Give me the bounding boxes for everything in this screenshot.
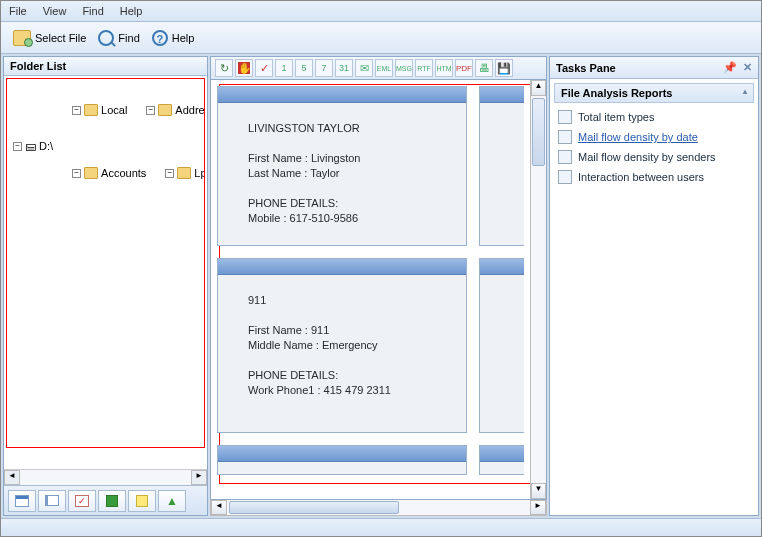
rtf-icon: RTF — [417, 65, 430, 72]
find-label: Find — [118, 32, 139, 44]
card-header — [480, 87, 524, 103]
scroll-left-button[interactable]: ◄ — [211, 500, 227, 515]
card-header — [480, 446, 524, 462]
report-icon — [558, 150, 572, 164]
scroll-up-button[interactable]: ▲ — [531, 80, 546, 96]
scroll-left-button[interactable]: ◄ — [4, 470, 20, 485]
contact-card-partial[interactable] — [217, 445, 467, 475]
tree-root[interactable]: −🖴D:\ — [13, 137, 53, 155]
shortcut-up[interactable]: ▲ — [158, 490, 186, 512]
notes-icon — [136, 495, 148, 507]
main-area: Folder List −🖴D:\ −Local −Address Book S… — [1, 54, 761, 518]
card-phone: Mobile : 617-510-9586 — [248, 211, 458, 226]
shortcut-contacts[interactable] — [38, 490, 66, 512]
shortcut-mail[interactable] — [8, 490, 36, 512]
drive-icon: 🖴 — [25, 137, 36, 155]
menu-find[interactable]: Find — [82, 5, 103, 17]
check-button[interactable]: ✓ — [255, 59, 273, 77]
status-bar — [1, 518, 761, 536]
refresh-icon: ↻ — [220, 62, 229, 75]
tree-lpl[interactable]: −Lpl — [165, 164, 205, 182]
report-icon — [558, 170, 572, 184]
collapse-icon[interactable]: − — [165, 169, 174, 178]
folder-list-title: Folder List — [4, 57, 207, 76]
report-icon — [558, 110, 572, 124]
view-31-button[interactable]: 31 — [335, 59, 353, 77]
vertical-scrollbar[interactable]: ▲ ▼ — [530, 80, 546, 499]
stop-button[interactable]: ✋ — [235, 59, 253, 77]
printer-icon: 🖶 — [479, 62, 490, 74]
card-header — [480, 259, 524, 275]
view-7-button[interactable]: 7 — [315, 59, 333, 77]
export-rtf-button[interactable]: RTF — [415, 59, 433, 77]
scroll-track[interactable] — [20, 470, 191, 485]
report-interaction-between-users[interactable]: Interaction between users — [556, 167, 752, 187]
folder-tree[interactable]: −🖴D:\ −Local −Address Book Suggested Con… — [6, 78, 205, 448]
horizontal-scrollbar[interactable]: ◄ ► — [210, 500, 547, 516]
find-button[interactable]: Find — [94, 28, 143, 48]
report-mail-flow-by-senders[interactable]: Mail flow density by senders — [556, 147, 752, 167]
select-file-button[interactable]: Select File — [9, 28, 90, 48]
shortcut-journal[interactable] — [98, 490, 126, 512]
card-phone-header: PHONE DETAILS: — [248, 368, 458, 383]
refresh-button[interactable]: ↻ — [215, 59, 233, 77]
menu-help[interactable]: Help — [120, 5, 143, 17]
scroll-track[interactable] — [531, 96, 546, 483]
pin-icon[interactable]: 📌 — [723, 61, 737, 74]
view-5-button[interactable]: 5 — [295, 59, 313, 77]
report-label: Mail flow density by date — [578, 131, 698, 143]
report-total-item-types[interactable]: Total item types — [556, 107, 752, 127]
scroll-right-button[interactable]: ► — [191, 470, 207, 485]
scroll-down-button[interactable]: ▼ — [531, 483, 546, 499]
contact-card[interactable]: 911 First Name : 911 Middle Name : Emerg… — [217, 258, 467, 433]
calendar-icon — [15, 495, 29, 507]
report-icon — [558, 130, 572, 144]
close-icon[interactable]: ✕ — [743, 61, 752, 74]
tasks-pane: Tasks Pane 📌 ✕ File Analysis Reports ▴ T… — [549, 56, 759, 516]
help-button[interactable]: ? Help — [148, 28, 199, 48]
save-button[interactable]: 💾 — [495, 59, 513, 77]
contact-card-partial[interactable] — [479, 445, 524, 475]
scroll-right-button[interactable]: ► — [530, 500, 546, 515]
menu-file[interactable]: File — [9, 5, 27, 17]
mail-button[interactable]: ✉ — [355, 59, 373, 77]
menu-view[interactable]: View — [43, 5, 67, 17]
magnifier-icon — [98, 30, 114, 46]
card-line: First Name : Livingston — [248, 151, 458, 166]
tasks-icon — [75, 495, 89, 507]
scroll-track[interactable] — [227, 500, 530, 515]
export-pdf-button[interactable]: PDF — [455, 59, 473, 77]
folder-open-icon — [13, 30, 31, 46]
content-toolbar: ↻ ✋ ✓ 1 5 7 31 ✉ EML MSG RTF HTM PDF 🖶 💾 — [210, 56, 547, 80]
print-button[interactable]: 🖶 — [475, 59, 493, 77]
card-title: LIVINGSTON TAYLOR — [248, 121, 458, 136]
question-icon: ? — [152, 30, 168, 46]
card-header — [218, 446, 466, 462]
contact-card-partial[interactable] — [479, 86, 524, 246]
export-msg-button[interactable]: MSG — [395, 59, 413, 77]
cards-area[interactable]: LIVINGSTON TAYLOR First Name : Livingsto… — [211, 80, 530, 499]
shortcut-notes[interactable] — [128, 490, 156, 512]
contact-card[interactable]: LIVINGSTON TAYLOR First Name : Livingsto… — [217, 86, 467, 246]
collapse-icon[interactable]: − — [13, 142, 22, 151]
envelope-icon: ✉ — [360, 62, 369, 75]
reports-section-header[interactable]: File Analysis Reports ▴ — [554, 83, 754, 103]
export-eml-button[interactable]: EML — [375, 59, 393, 77]
tree-local[interactable]: −Local — [72, 101, 127, 119]
report-mail-flow-by-date[interactable]: Mail flow density by date — [556, 127, 752, 147]
chevron-up-icon: ▴ — [743, 87, 747, 99]
tree-accounts[interactable]: −Accounts — [72, 164, 146, 182]
contact-card-partial[interactable] — [479, 258, 524, 433]
collapse-icon[interactable]: − — [72, 106, 81, 115]
tree-horizontal-scrollbar[interactable]: ◄ ► — [4, 469, 207, 485]
msg-icon: MSG — [396, 65, 412, 72]
report-label: Interaction between users — [578, 171, 704, 183]
export-html-button[interactable]: HTM — [435, 59, 453, 77]
tree-address-book[interactable]: −Address Book — [146, 101, 205, 119]
collapse-icon[interactable]: − — [72, 169, 81, 178]
view-1-button[interactable]: 1 — [275, 59, 293, 77]
shortcut-tasks[interactable] — [68, 490, 96, 512]
scroll-thumb[interactable] — [532, 98, 545, 166]
collapse-icon[interactable]: − — [146, 106, 155, 115]
scroll-thumb[interactable] — [229, 501, 399, 514]
